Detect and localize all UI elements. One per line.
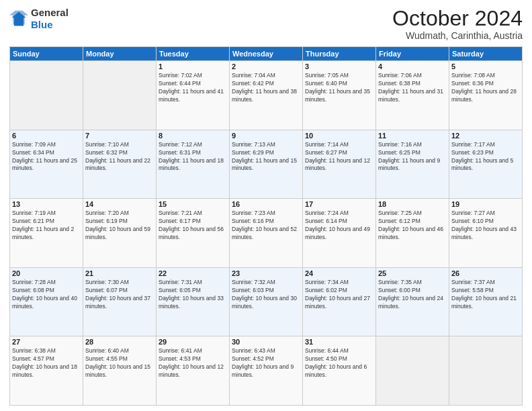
day-info: Sunrise: 6:43 AMSunset: 4:52 PMDaylight:…	[232, 347, 300, 379]
day-info: Sunrise: 7:31 AMSunset: 6:05 PMDaylight:…	[159, 279, 227, 311]
day-number: 25	[378, 269, 447, 277]
calendar-week-row: 20Sunrise: 7:28 AMSunset: 6:08 PMDayligh…	[10, 267, 523, 336]
col-thursday: Thursday	[303, 47, 376, 61]
day-info: Sunrise: 6:38 AMSunset: 4:57 PMDaylight:…	[12, 347, 81, 379]
day-number: 2	[232, 62, 300, 71]
day-info: Sunrise: 7:06 AMSunset: 6:38 PMDaylight:…	[378, 72, 447, 104]
day-number: 4	[378, 62, 447, 71]
table-row: 10Sunrise: 7:14 AMSunset: 6:27 PMDayligh…	[303, 130, 376, 199]
table-row: 13Sunrise: 7:19 AMSunset: 6:21 PMDayligh…	[10, 199, 83, 268]
day-number: 26	[451, 269, 520, 277]
table-row: 23Sunrise: 7:32 AMSunset: 6:03 PMDayligh…	[230, 267, 303, 336]
day-number: 16	[232, 200, 300, 208]
logo: General Blue	[9, 7, 69, 31]
day-info: Sunrise: 7:05 AMSunset: 6:40 PMDaylight:…	[305, 72, 373, 104]
day-number: 22	[159, 269, 227, 277]
table-row: 8Sunrise: 7:12 AMSunset: 6:31 PMDaylight…	[157, 130, 230, 199]
day-info: Sunrise: 7:20 AMSunset: 6:19 PMDaylight:…	[85, 210, 154, 242]
table-row: 30Sunrise: 6:43 AMSunset: 4:52 PMDayligh…	[230, 336, 303, 406]
day-number: 5	[451, 62, 520, 71]
table-row: 28Sunrise: 6:40 AMSunset: 4:55 PMDayligh…	[83, 336, 157, 406]
day-info: Sunrise: 7:02 AMSunset: 6:44 PMDaylight:…	[159, 72, 227, 104]
day-info: Sunrise: 7:19 AMSunset: 6:21 PMDaylight:…	[12, 210, 81, 242]
col-tuesday: Tuesday	[157, 47, 230, 61]
col-monday: Monday	[83, 47, 157, 61]
day-info: Sunrise: 7:23 AMSunset: 6:16 PMDaylight:…	[232, 210, 300, 242]
table-row: 12Sunrise: 7:17 AMSunset: 6:23 PMDayligh…	[449, 130, 523, 199]
table-row: 11Sunrise: 7:16 AMSunset: 6:25 PMDayligh…	[376, 130, 449, 199]
table-row: 4Sunrise: 7:06 AMSunset: 6:38 PMDaylight…	[376, 61, 449, 130]
day-number: 19	[451, 200, 520, 208]
table-row: 3Sunrise: 7:05 AMSunset: 6:40 PMDaylight…	[303, 61, 376, 130]
day-number: 28	[85, 338, 154, 346]
day-number: 30	[232, 338, 300, 346]
table-row: 6Sunrise: 7:09 AMSunset: 6:34 PMDaylight…	[10, 130, 83, 199]
col-saturday: Saturday	[449, 47, 523, 61]
day-number: 10	[305, 132, 373, 140]
day-info: Sunrise: 7:35 AMSunset: 6:00 PMDaylight:…	[378, 279, 447, 311]
table-row: 24Sunrise: 7:34 AMSunset: 6:02 PMDayligh…	[303, 267, 376, 336]
table-row: 31Sunrise: 6:44 AMSunset: 4:50 PMDayligh…	[303, 336, 376, 406]
calendar-page: General Blue October 2024 Wudmath, Carin…	[0, 0, 532, 411]
table-row: 27Sunrise: 6:38 AMSunset: 4:57 PMDayligh…	[10, 336, 83, 406]
table-row	[376, 336, 449, 406]
day-number: 31	[305, 338, 373, 346]
table-row	[83, 61, 157, 130]
calendar-week-row: 27Sunrise: 6:38 AMSunset: 4:57 PMDayligh…	[10, 336, 523, 406]
month-title: October 2024	[392, 7, 523, 30]
day-number: 17	[305, 200, 373, 208]
day-info: Sunrise: 7:04 AMSunset: 6:42 PMDaylight:…	[232, 72, 300, 104]
table-row: 22Sunrise: 7:31 AMSunset: 6:05 PMDayligh…	[157, 267, 230, 336]
day-number: 27	[12, 338, 81, 346]
day-number: 24	[305, 269, 373, 277]
day-number: 11	[378, 132, 447, 140]
day-info: Sunrise: 7:34 AMSunset: 6:02 PMDaylight:…	[305, 279, 373, 311]
calendar-table: Sunday Monday Tuesday Wednesday Thursday…	[9, 46, 523, 406]
table-row: 29Sunrise: 6:41 AMSunset: 4:53 PMDayligh…	[157, 336, 230, 406]
calendar-week-row: 1Sunrise: 7:02 AMSunset: 6:44 PMDaylight…	[10, 61, 523, 130]
day-info: Sunrise: 6:40 AMSunset: 4:55 PMDaylight:…	[85, 347, 154, 379]
day-number: 3	[305, 62, 373, 71]
day-number: 29	[159, 338, 227, 346]
day-info: Sunrise: 7:09 AMSunset: 6:34 PMDaylight:…	[12, 141, 81, 173]
table-row: 16Sunrise: 7:23 AMSunset: 6:16 PMDayligh…	[230, 199, 303, 268]
table-row: 17Sunrise: 7:24 AMSunset: 6:14 PMDayligh…	[303, 199, 376, 268]
day-info: Sunrise: 7:12 AMSunset: 6:31 PMDaylight:…	[159, 141, 227, 173]
table-row: 18Sunrise: 7:25 AMSunset: 6:12 PMDayligh…	[376, 199, 449, 268]
day-number: 14	[85, 200, 154, 208]
day-info: Sunrise: 7:25 AMSunset: 6:12 PMDaylight:…	[378, 210, 447, 242]
table-row	[10, 61, 83, 130]
day-info: Sunrise: 7:17 AMSunset: 6:23 PMDaylight:…	[451, 141, 520, 173]
day-info: Sunrise: 7:24 AMSunset: 6:14 PMDaylight:…	[305, 210, 373, 242]
day-info: Sunrise: 7:27 AMSunset: 6:10 PMDaylight:…	[451, 210, 520, 242]
table-row	[449, 336, 523, 406]
day-number: 9	[232, 132, 300, 140]
day-number: 7	[85, 132, 154, 140]
table-row: 26Sunrise: 7:37 AMSunset: 5:58 PMDayligh…	[449, 267, 523, 336]
col-friday: Friday	[376, 47, 449, 61]
day-info: Sunrise: 7:28 AMSunset: 6:08 PMDaylight:…	[12, 279, 81, 311]
col-sunday: Sunday	[10, 47, 83, 61]
table-row: 14Sunrise: 7:20 AMSunset: 6:19 PMDayligh…	[83, 199, 157, 268]
table-row: 1Sunrise: 7:02 AMSunset: 6:44 PMDaylight…	[157, 61, 230, 130]
table-row: 9Sunrise: 7:13 AMSunset: 6:29 PMDaylight…	[230, 130, 303, 199]
day-number: 18	[378, 200, 447, 208]
table-row: 7Sunrise: 7:10 AMSunset: 6:32 PMDaylight…	[83, 130, 157, 199]
day-info: Sunrise: 7:21 AMSunset: 6:17 PMDaylight:…	[159, 210, 227, 242]
day-info: Sunrise: 7:30 AMSunset: 6:07 PMDaylight:…	[85, 279, 154, 311]
day-number: 20	[12, 269, 81, 277]
location-subtitle: Wudmath, Carinthia, Austria	[392, 30, 523, 41]
table-row: 15Sunrise: 7:21 AMSunset: 6:17 PMDayligh…	[157, 199, 230, 268]
day-info: Sunrise: 6:41 AMSunset: 4:53 PMDaylight:…	[159, 347, 227, 379]
day-info: Sunrise: 7:08 AMSunset: 6:36 PMDaylight:…	[451, 72, 520, 104]
logo-text: General Blue	[31, 7, 69, 31]
calendar-week-row: 13Sunrise: 7:19 AMSunset: 6:21 PMDayligh…	[10, 199, 523, 268]
header: General Blue October 2024 Wudmath, Carin…	[9, 7, 523, 41]
calendar-week-row: 6Sunrise: 7:09 AMSunset: 6:34 PMDaylight…	[10, 130, 523, 199]
calendar-header-row: Sunday Monday Tuesday Wednesday Thursday…	[10, 47, 523, 61]
day-number: 13	[12, 200, 81, 208]
table-row: 2Sunrise: 7:04 AMSunset: 6:42 PMDaylight…	[230, 61, 303, 130]
day-number: 8	[159, 132, 227, 140]
day-info: Sunrise: 7:10 AMSunset: 6:32 PMDaylight:…	[85, 141, 154, 173]
title-block: October 2024 Wudmath, Carinthia, Austria	[392, 7, 523, 41]
